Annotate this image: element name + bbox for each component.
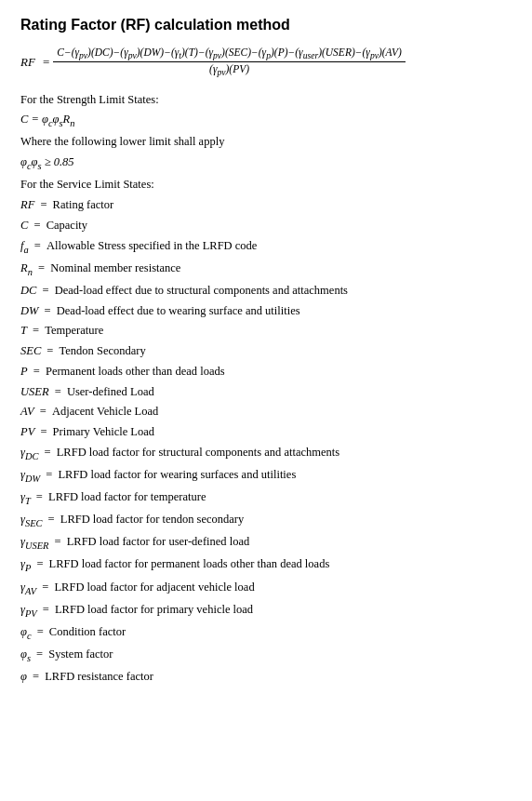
- def-dw: DW = Dead-load effect due to wearing sur…: [20, 302, 512, 320]
- def-t: T = Temperature: [20, 322, 512, 340]
- def-fa: fa = Allowable Stress specified in the L…: [20, 237, 512, 257]
- equals-sign: =: [43, 55, 49, 70]
- def-phi-s: φs = System factor: [20, 646, 512, 665]
- def-p: P = Permanent loads other than dead load…: [20, 363, 512, 380]
- def-phi-c: φc = Condition factor: [20, 623, 512, 643]
- formula-denominator: (γpv)(PV): [206, 62, 253, 77]
- def-user: USER = User-defined Load: [20, 383, 512, 401]
- def-gamma-sec: γSEC = LRFD load factor for tendon secon…: [20, 511, 512, 530]
- def-gamma-av: γAV = LRFD load factor for adjacent vehi…: [20, 579, 512, 598]
- strength-where: Where the following lower limit shall ap…: [20, 133, 512, 151]
- def-sec: SEC = Tendon Secondary: [20, 342, 512, 360]
- strength-c-formula: C = φcφsRn: [20, 111, 512, 130]
- formula-lhs: RF: [20, 55, 35, 70]
- def-gamma-t: γT = LRFD load factor for temperature: [20, 488, 512, 508]
- formula-block: RF = C−(γpv)(DC)−(γpv)(DW)−(γt)(T)−(γpv)…: [20, 47, 512, 78]
- def-gamma-dc: γDC = LRFD load factor for structural co…: [20, 444, 512, 463]
- def-av: AV = Adjacent Vehicle Load: [20, 403, 512, 421]
- def-gamma-user: γUSER = LRFD load factor for user-define…: [20, 533, 512, 553]
- def-c: C = Capacity: [20, 217, 512, 234]
- def-gamma-p: γP = LRFD load factor for permanent load…: [20, 555, 512, 575]
- formula-fraction: C−(γpv)(DC)−(γpv)(DW)−(γt)(T)−(γpv)(SEC)…: [53, 47, 406, 78]
- def-gamma-pv: γPV = LRFD load factor for primary vehic…: [20, 601, 512, 621]
- strength-header: For the Strength Limit States:: [20, 91, 512, 109]
- page-container: Rating Factor (RF) calculation method RF…: [20, 17, 512, 686]
- service-header: For the Service Limit States:: [20, 176, 512, 194]
- def-gamma-dw: γDW = LRFD load factor for wearing surfa…: [20, 466, 512, 486]
- page-title: Rating Factor (RF) calculation method: [20, 17, 512, 33]
- formula-numerator: C−(γpv)(DC)−(γpv)(DW)−(γt)(T)−(γpv)(SEC)…: [53, 47, 406, 62]
- def-rn: Rn = Nominal member resistance: [20, 260, 512, 279]
- strength-phi: φcφs ≥ 0.85: [20, 154, 512, 173]
- def-rf: RF = Rating factor: [20, 196, 512, 214]
- def-phi: φ = LRFD resistance factor: [20, 668, 512, 686]
- def-pv: PV = Primary Vehicle Load: [20, 423, 512, 441]
- def-dc: DC = Dead-load effect due to structural …: [20, 282, 512, 300]
- definitions-block: For the Strength Limit States: C = φcφsR…: [20, 91, 512, 686]
